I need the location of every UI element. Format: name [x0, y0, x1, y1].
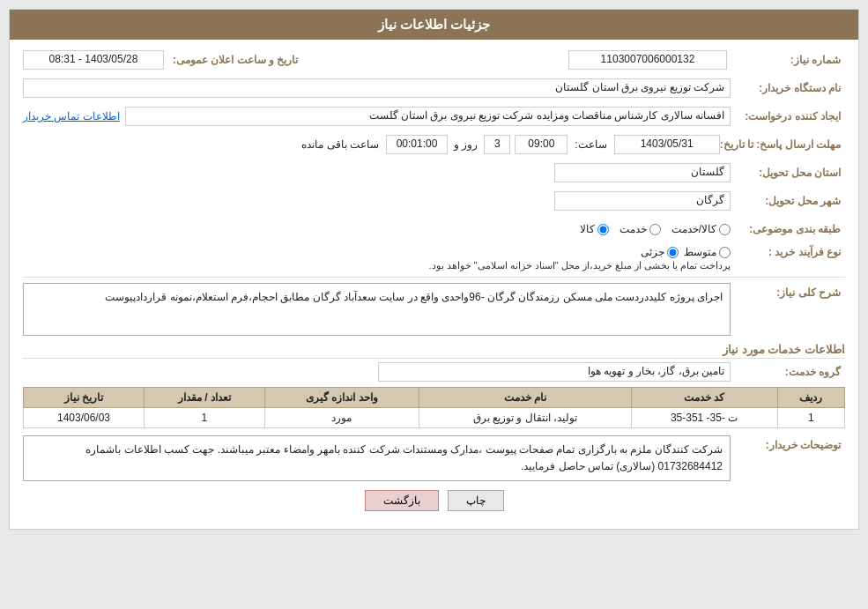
- table-cell-row: 1: [777, 408, 844, 428]
- col-code: کد خدمت: [631, 388, 777, 408]
- divider-1: [23, 277, 845, 278]
- deadline-date-value: 1403/05/31: [614, 135, 720, 154]
- process-option-motavas[interactable]: متوسط: [684, 246, 731, 258]
- creator-value: افسانه سالاری کارشناس مناقصات ومزایده شر…: [125, 107, 731, 126]
- table-cell-quantity: 1: [144, 408, 264, 428]
- announcement-label: تاریخ و ساعت اعلان عمومی:: [167, 54, 302, 66]
- print-button[interactable]: چاپ: [448, 490, 504, 511]
- services-table: ردیف کد خدمت نام خدمت واحد اندازه گیری ت…: [23, 387, 845, 428]
- category-option-kala[interactable]: کالا: [580, 223, 609, 235]
- city-value: گرگان: [554, 191, 731, 211]
- table-row: 1ت -35- 351-35تولید، انتقال و توزیع برقم…: [24, 408, 845, 428]
- deadline-days-label: روز و: [452, 138, 479, 151]
- deadline-label: مهلت ارسال پاسخ: تا تاریخ:: [720, 138, 845, 151]
- announcement-value: 1403/05/28 - 08:31: [23, 50, 164, 70]
- need-number-label: شماره نیاز:: [731, 54, 845, 66]
- creator-contact-link[interactable]: اطلاعات تماس خریدار: [23, 110, 120, 123]
- buyer-notes-box: شرکت کنندگان ملزم به بارگزاری تمام صفحات…: [23, 435, 731, 481]
- deadline-remaining-label: ساعت باقی مانده: [299, 138, 382, 151]
- category-option-kala-khedmat[interactable]: کالا/خدمت: [671, 223, 731, 235]
- page-title: جزئیات اطلاعات نیاز: [378, 17, 490, 32]
- buyer-org-label: نام دستگاه خریدار:: [731, 82, 845, 94]
- buyer-notes-row: توضیحات خریدار: شرکت کنندگان ملزم به بار…: [23, 435, 845, 481]
- category-option-khedmat[interactable]: خدمت: [619, 223, 661, 235]
- creator-label: ایجاد کننده درخواست:: [731, 110, 845, 123]
- col-unit: واحد اندازه گیری: [264, 388, 419, 408]
- table-cell-code: ت -35- 351-35: [631, 408, 777, 428]
- process-label: نوع فرآیند خرید :: [731, 246, 845, 258]
- deadline-remaining-value: 00:01:00: [386, 135, 448, 154]
- province-value: گلستان: [554, 163, 731, 182]
- table-cell-unit: مورد: [264, 408, 419, 428]
- city-label: شهر محل تحویل:: [731, 195, 845, 207]
- province-label: استان محل تحویل:: [731, 167, 845, 179]
- deadline-time-value: 09:00: [515, 135, 568, 154]
- table-cell-date: 1403/06/03: [24, 408, 145, 428]
- deadline-time-label: ساعت:: [572, 138, 609, 151]
- deadline-days-value: 3: [484, 135, 510, 154]
- service-group-row: گروه خدمت: تامین برق، گاز، بخار و تهویه …: [23, 362, 845, 382]
- need-number-value: 1103007006000132: [568, 50, 727, 70]
- col-date: تاریخ نیاز: [24, 388, 145, 408]
- need-description-row: شرح کلی نیاز: اجرای پروژه کلیددردست ملی …: [23, 283, 845, 336]
- service-group-value: تامین برق، گاز، بخار و تهویه هوا: [378, 362, 731, 382]
- category-label: طبقه بندی موضوعی:: [731, 223, 845, 235]
- buyer-notes-label: توضیحات خریدار:: [731, 435, 845, 451]
- service-group-label: گروه خدمت:: [731, 366, 845, 378]
- col-name: نام خدمت: [419, 388, 631, 408]
- table-cell-name: تولید، انتقال و توزیع برق: [419, 408, 631, 428]
- buyer-org-value: شرکت توزیع نیروی برق استان گلستان: [23, 78, 731, 98]
- process-option-jozii[interactable]: جزئی: [641, 246, 679, 258]
- need-description-label: شرح کلی نیاز:: [731, 283, 845, 299]
- col-qty: تعداد / مقدار: [144, 388, 264, 408]
- category-radio-group: کالا/خدمت خدمت کالا: [580, 223, 731, 235]
- col-row: ردیف: [777, 388, 844, 408]
- back-button[interactable]: بازگشت: [365, 490, 439, 511]
- action-buttons: چاپ بازگشت: [23, 490, 845, 511]
- process-description: پرداخت تمام یا بخشی از مبلغ خرید،از محل …: [428, 260, 731, 271]
- page-header: جزئیات اطلاعات نیاز: [10, 10, 858, 40]
- services-section-title: اطلاعات خدمات مورد نیاز: [23, 343, 845, 359]
- need-description-box: اجرای پروژه کلیددردست ملی مسکن رزمندگان …: [23, 283, 731, 336]
